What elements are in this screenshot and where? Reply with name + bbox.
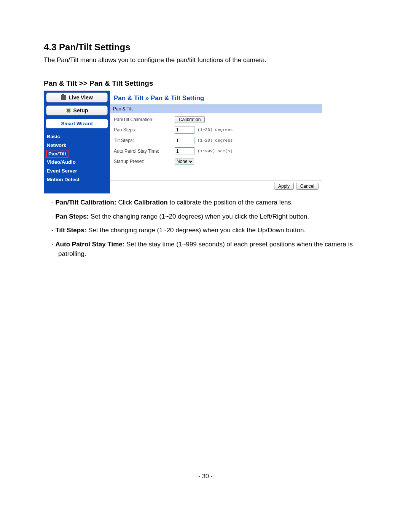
live-view-label: Live View — [68, 94, 93, 101]
sidebar-item-videoaudio[interactable]: Video/Audio — [44, 158, 110, 166]
description-list: Pan/Tilt Calibration: Click Calibration … — [44, 198, 367, 259]
tilt-steps-label: Tilt Steps: — [114, 138, 175, 143]
page-number: - 30 - — [0, 473, 411, 480]
auto-patrol-input[interactable] — [175, 147, 194, 155]
setup-label: Setup — [73, 107, 88, 113]
startup-preset-label: Startup Preset: — [114, 159, 175, 164]
pan-steps-hint: (1~20) degrees — [198, 128, 233, 132]
sidebar: Live View Setup Smart Wizard Basic Netwo… — [44, 91, 110, 193]
breadcrumb: Pan & Tilt » Pan & Tilt Setting — [110, 91, 322, 105]
startup-preset-select[interactable]: None — [175, 158, 194, 165]
list-item: Pan Steps: Set the changing range (1~20 … — [51, 212, 367, 222]
section-bar: Pan & Tilt — [110, 105, 322, 113]
tilt-steps-input[interactable] — [175, 137, 194, 144]
live-view-button[interactable]: Live View — [46, 93, 108, 102]
tilt-steps-hint: (1~20) degrees — [198, 138, 233, 143]
auto-patrol-label: Auto Patrol Stay Time: — [114, 149, 175, 154]
setup-button[interactable]: Setup — [46, 105, 108, 115]
content-panel: Pan & Tilt » Pan & Tilt Setting Pan & Ti… — [110, 91, 322, 193]
pan-steps-label: Pan Steps: — [114, 127, 175, 133]
settings-screenshot: Live View Setup Smart Wizard Basic Netwo… — [44, 91, 322, 193]
auto-patrol-hint: (1~999) sec(s) — [198, 149, 233, 153]
intro-text: The Pan/Tilt menu allows you to configur… — [44, 56, 367, 64]
gear-icon — [66, 108, 71, 113]
calibration-label: Pan/Tilt Calibration: — [114, 117, 175, 122]
sidebar-item-eventserver[interactable]: Event Server — [44, 166, 110, 175]
pan-steps-input[interactable] — [175, 126, 194, 134]
sidebar-item-network[interactable]: Network — [44, 141, 110, 150]
list-item: Tilt Steps: Set the changing range (1~20… — [51, 226, 367, 235]
cancel-button[interactable]: Cancel — [296, 183, 319, 190]
calibration-button[interactable]: Calibration — [175, 116, 205, 123]
apply-button[interactable]: Apply — [274, 183, 294, 190]
subsection-title: Pan & Tilt >> Pan & Tilt Settings — [44, 79, 367, 88]
list-item: Pan/Tilt Calibration: Click Calibration … — [51, 198, 367, 208]
sidebar-item-basic[interactable]: Basic — [44, 132, 110, 141]
list-item: Auto Patrol Stay Time: Set the stay time… — [51, 240, 367, 259]
sidebar-item-motiondetect[interactable]: Motion Detect — [44, 175, 110, 184]
sidebar-item-pantilt[interactable]: Pan/Tilt — [46, 150, 68, 158]
smart-wizard-button[interactable]: Smart Wizard — [46, 119, 108, 128]
camera-icon — [61, 95, 66, 100]
section-title: 4.3 Pan/Tilt Settings — [44, 42, 367, 53]
